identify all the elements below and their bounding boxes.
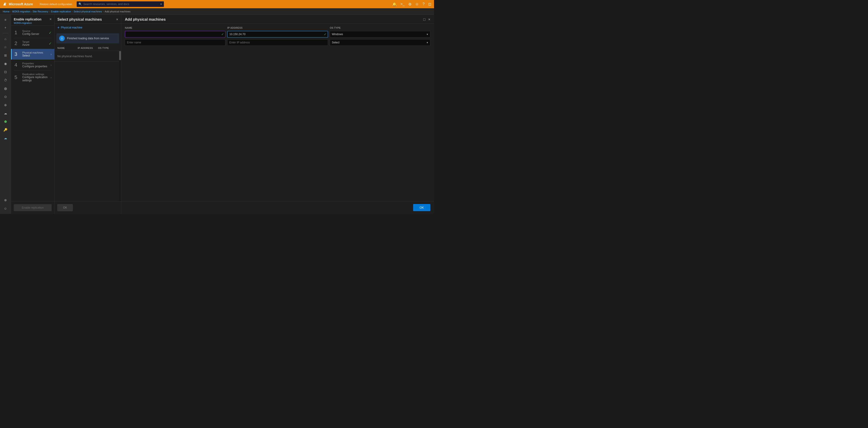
panel2-close[interactable]: × — [116, 18, 118, 21]
breadcrumb-select-machines[interactable]: Select physical machines — [74, 10, 102, 13]
ip-input-wrap-1: ✓ — [227, 31, 328, 37]
step-5-arrow: › — [51, 76, 52, 79]
sidebar-dashboard-icon[interactable]: ⊞ — [1, 52, 10, 59]
ip-input-2[interactable] — [227, 39, 328, 46]
help-icon[interactable]: ? — [423, 2, 425, 6]
step-3-num: 3 — [14, 51, 20, 57]
search-bar[interactable]: 🔍 × — [76, 1, 164, 7]
machine-row-1: ✓ ✓ Windows Linux ▼ — [125, 31, 430, 37]
info-circle-icon: i — [59, 36, 65, 41]
step-5-value: Configure replication settings — [22, 76, 48, 82]
steps-list: 1 Source Config-Server ✓ 2 Target Azure … — [11, 26, 54, 201]
sidebar-bottom-icons: ⊗ ☺ — [1, 196, 10, 214]
sidebar-home-icon[interactable]: ⌂ — [1, 35, 10, 42]
panel2-title: Select physical machines — [57, 18, 102, 22]
ip-input-1[interactable] — [227, 31, 328, 37]
step-3-physical[interactable]: 3 Physical machines Select › — [11, 49, 54, 59]
restore-text[interactable]: Restore default configuration — [40, 3, 72, 5]
step-2-num: 2 — [14, 40, 20, 47]
terminal-icon[interactable]: >_ — [401, 2, 405, 6]
topbar: Microsoft Azure Restore default configur… — [0, 0, 434, 8]
step-5-replication[interactable]: 5 Replication settings Configure replica… — [11, 70, 54, 84]
breadcrumb-home[interactable]: Home — [3, 10, 9, 13]
step-1-value: Config-Server — [22, 32, 46, 36]
notification-icon[interactable]: 🔔 — [392, 2, 397, 6]
breadcrumb-enable-replication[interactable]: Enable replication — [51, 10, 71, 13]
account-icon[interactable]: ⊡ — [428, 2, 431, 6]
sidebar-add-icon[interactable]: ⊕ — [1, 101, 10, 109]
breadcrumb-add-machines: Add physical machines — [105, 10, 131, 13]
step-4-properties[interactable]: 4 Properties Configure properties › — [11, 60, 54, 70]
info-banner: i Finished loading data from service — [57, 33, 119, 44]
add-physical-machine-button[interactable]: + Physical machine — [55, 24, 121, 31]
azure-logo: Microsoft Azure — [3, 2, 33, 6]
sidebar-feedback-icon[interactable]: ☺ — [1, 205, 10, 212]
sidebar-monitor-icon[interactable]: ◎ — [1, 85, 10, 92]
panel1-footer: Enable replication — [11, 201, 54, 214]
col-ip-header: IP ADDRESS — [78, 47, 98, 49]
sidebar-support-icon[interactable]: ⊗ — [1, 196, 10, 204]
sidebar-cloud-icon[interactable]: ☁ — [1, 110, 10, 117]
panel2-table-header: NAME IP ADDRESS OS TYPE — [55, 45, 121, 51]
step-5-num: 5 — [14, 75, 20, 80]
sidebar-green-icon[interactable]: ⬟ — [1, 118, 10, 125]
enable-replication-button: Enable replication — [14, 204, 52, 211]
sidebar-collapse[interactable]: ≡ — [1, 17, 10, 23]
step-4-arrow: › — [51, 63, 52, 67]
panel1-header: Enable replication W2K8-migration × — [11, 15, 54, 26]
sidebar-key-icon[interactable]: 🔑 — [1, 126, 10, 134]
panel1-title-area: Enable replication W2K8-migration — [14, 18, 41, 24]
panel3-close-icon[interactable]: × — [428, 18, 430, 22]
sidebar-divider-1 — [2, 33, 9, 33]
select-machines-panel: Select physical machines × + Physical ma… — [55, 15, 121, 214]
plus-icon: + — [57, 26, 59, 30]
col-ip-label: IP ADDRESS — [227, 26, 328, 29]
sidebar-clock-icon[interactable]: ⏱ — [1, 77, 10, 84]
panel3-ok-button[interactable]: OK — [413, 204, 430, 211]
step-2-target[interactable]: 2 Target Azure ✓ — [11, 38, 54, 49]
step-4-label: Properties — [22, 62, 48, 65]
name-input-2[interactable] — [125, 39, 225, 46]
sidebar-create-icon[interactable]: + — [1, 24, 10, 31]
col-os-label: OS TYPE — [330, 26, 430, 29]
enable-replication-panel: Enable replication W2K8-migration × 1 So… — [11, 15, 55, 214]
scroll-track[interactable] — [119, 51, 121, 201]
os-select-1[interactable]: Windows Linux — [330, 31, 430, 37]
panel3-header-icons: □ × — [423, 18, 430, 22]
os-select-wrap-1: Windows Linux ▼ — [330, 31, 430, 37]
search-close-icon[interactable]: × — [160, 2, 162, 6]
step-3-value: Select — [22, 54, 48, 57]
name-input-1[interactable] — [125, 31, 225, 37]
step-1-source[interactable]: 1 Source Config-Server ✓ — [11, 27, 54, 38]
machines-table: NAME IP ADDRESS OS TYPE ✓ ✓ — [121, 24, 434, 50]
sidebar-favorites-icon[interactable]: ☆ — [1, 44, 10, 51]
os-select-2[interactable]: Select Windows Linux — [330, 39, 430, 46]
panel2-scroll-area: No physical machines found. — [55, 51, 121, 201]
step-2-label: Target — [22, 40, 46, 43]
ip-check-icon-1: ✓ — [324, 32, 327, 36]
topbar-actions: 🔔 >_ ⚙ ☺ ? ⊡ — [392, 2, 432, 6]
os-select-wrap-2: Select Windows Linux ▼ — [330, 39, 430, 46]
col-os-header: OS TYPE — [98, 47, 118, 49]
icon-sidebar: ≡ + ⌂ ☆ ⊞ ◉ ⊡ ⏱ ◎ ⊙ ⊕ ☁ ⬟ 🔑 ☁ ⊗ ☺ — [0, 15, 11, 214]
name-check-icon-1: ✓ — [221, 32, 224, 36]
sidebar-cloud2-icon[interactable]: ☁ — [1, 134, 10, 142]
sidebar-resource-icon[interactable]: ⊡ — [1, 68, 10, 76]
scroll-thumb[interactable] — [119, 51, 121, 60]
settings-icon[interactable]: ⚙ — [408, 2, 411, 6]
sidebar-grid-icon[interactable]: ⊙ — [1, 93, 10, 101]
panel3-footer: OK — [121, 201, 434, 214]
step-1-num: 1 — [14, 30, 20, 36]
panel3-header: Add physical machines □ × — [121, 15, 434, 24]
step-2-check: ✓ — [49, 41, 52, 46]
step-3-arrow: › — [51, 52, 52, 56]
panel1-close[interactable]: × — [50, 18, 52, 21]
minimize-icon[interactable]: □ — [423, 18, 426, 22]
breadcrumb-migration[interactable]: W2K8-migration - Site Recovery — [12, 10, 48, 13]
step-4-num: 4 — [14, 62, 20, 68]
sidebar-services-icon[interactable]: ◉ — [1, 60, 10, 67]
machine-row-2: Select Windows Linux ▼ — [125, 39, 430, 46]
smile-icon[interactable]: ☺ — [415, 2, 419, 6]
search-icon: 🔍 — [79, 2, 82, 6]
search-input[interactable] — [83, 2, 159, 6]
